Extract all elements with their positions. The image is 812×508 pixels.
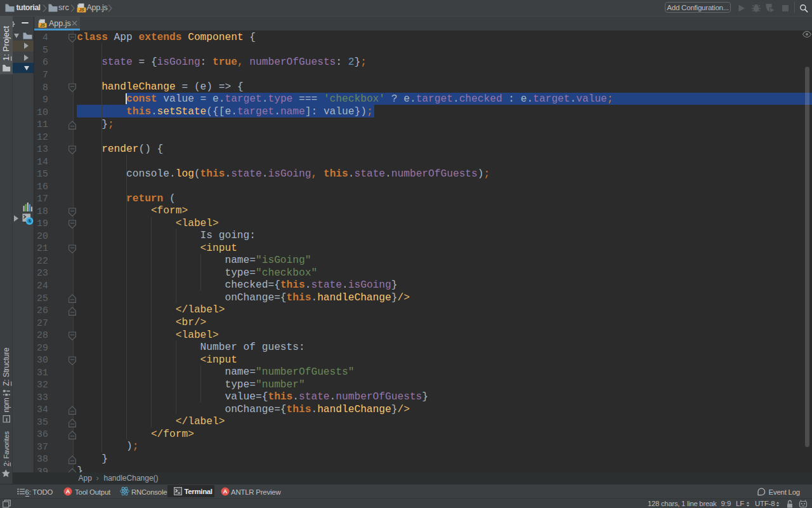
svg-text:A: A (223, 488, 228, 495)
svg-text:A: A (65, 488, 70, 495)
svg-text:JS: JS (79, 8, 84, 12)
svg-text:JS: JS (40, 23, 46, 27)
